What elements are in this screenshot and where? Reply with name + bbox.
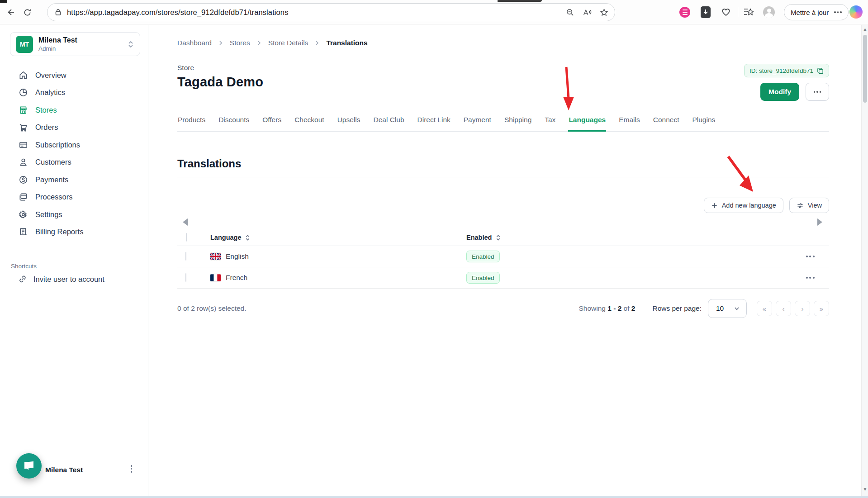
user-menu-kebab-icon[interactable]	[131, 465, 133, 473]
copy-icon[interactable]	[817, 67, 824, 74]
column-header-enabled[interactable]: Enabled	[466, 234, 791, 241]
sidebar-item-overview[interactable]: Overview	[0, 66, 148, 84]
scroll-left-icon[interactable]	[183, 218, 188, 226]
sidebar-item-customers[interactable]: Customers	[0, 154, 148, 171]
breadcrumb-stores[interactable]: Stores	[230, 39, 250, 47]
next-page-button[interactable]: ›	[795, 301, 810, 316]
vertical-scrollbar[interactable]: ▲ ▼	[861, 25, 868, 496]
sliders-icon	[797, 202, 804, 209]
breadcrumb-store-details[interactable]: Store Details	[268, 39, 308, 47]
toolbar-divider	[738, 7, 738, 17]
tab-payment[interactable]: Payment	[463, 111, 492, 131]
extension-download-icon[interactable]	[700, 6, 711, 18]
store-more-button[interactable]	[806, 83, 829, 101]
scroll-right-icon[interactable]	[817, 218, 822, 226]
sidebar-item-subscriptions[interactable]: Subscriptions	[0, 136, 148, 154]
tab-products[interactable]: Products	[177, 111, 206, 131]
sidebar-nav: Overview Analytics Stores Orders Subscri…	[0, 66, 148, 241]
favorite-star-icon[interactable]	[600, 8, 608, 17]
browser-toolbar: https://app.tagadapay.com/stores/store_9…	[0, 0, 868, 24]
sidebar-item-stores[interactable]: Stores	[0, 101, 148, 119]
lock-icon[interactable]	[55, 9, 62, 16]
scrollbar-thumb[interactable]	[863, 35, 867, 103]
tab-shipping[interactable]: Shipping	[504, 111, 532, 131]
tabstrip-remnant	[498, 0, 542, 2]
view-button[interactable]: View	[789, 198, 829, 213]
collections-icon[interactable]	[743, 6, 754, 18]
sidebar-item-label: Billing Reports	[35, 228, 83, 236]
account-name: Milena Test	[38, 36, 77, 44]
tab-deal-club[interactable]: Deal Club	[373, 111, 404, 131]
last-page-button[interactable]: »	[814, 301, 829, 316]
extension-pink-icon[interactable]	[679, 6, 691, 18]
copilot-icon[interactable]	[849, 5, 863, 19]
rows-per-page-label: Rows per page:	[652, 304, 702, 313]
app-window: https://app.tagadapay.com/stores/store_9…	[0, 0, 868, 498]
scroll-up-icon[interactable]: ▲	[863, 27, 868, 32]
add-new-language-button[interactable]: Add new language	[704, 198, 783, 213]
sidebar-item-label: Payments	[35, 175, 68, 184]
showing-range: 1 - 2	[607, 304, 621, 312]
browser-essentials-icon[interactable]	[720, 6, 732, 18]
row-checkbox[interactable]	[185, 252, 186, 261]
invite-user-shortcut[interactable]: Invite user to account	[18, 275, 104, 284]
sidebar-item-analytics[interactable]: Analytics	[0, 84, 148, 102]
plus-icon	[711, 202, 718, 209]
tab-offers[interactable]: Offers	[262, 111, 282, 131]
prev-page-button[interactable]: ‹	[776, 301, 791, 316]
row-actions-button[interactable]	[791, 256, 829, 257]
zoom-out-icon[interactable]	[566, 8, 574, 17]
sidebar-item-label: Overview	[35, 71, 66, 80]
sidebar-item-orders[interactable]: Orders	[0, 119, 148, 137]
row-actions-button[interactable]	[791, 277, 829, 279]
store-icon	[18, 105, 28, 115]
column-label: Language	[210, 234, 241, 241]
tab-checkout[interactable]: Checkout	[294, 111, 324, 131]
tab-direct-link[interactable]: Direct Link	[417, 111, 451, 131]
sidebar-item-label: Stores	[35, 106, 57, 114]
url-text[interactable]: https://app.tagadapay.com/stores/store_9…	[67, 8, 289, 17]
tab-tax[interactable]: Tax	[544, 111, 556, 131]
profile-avatar[interactable]	[763, 6, 775, 18]
tab-discounts[interactable]: Discounts	[218, 111, 250, 131]
tab-languages[interactable]: Languages	[568, 111, 606, 132]
sidebar-item-processors[interactable]: Processors	[0, 189, 148, 206]
select-all-checkbox[interactable]	[186, 233, 187, 242]
view-button-label: View	[808, 202, 822, 209]
breadcrumb-dashboard[interactable]: Dashboard	[177, 39, 212, 47]
sidebar-item-settings[interactable]: Settings	[0, 206, 148, 223]
sidebar-item-label: Orders	[35, 123, 58, 132]
tab-plugins[interactable]: Plugins	[692, 111, 716, 131]
rows-per-page-select[interactable]: 10	[708, 299, 747, 318]
language-name: French	[226, 274, 247, 282]
tab-connect[interactable]: Connect	[653, 111, 680, 131]
rows-selected-text: 0 of 2 row(s) selected.	[177, 304, 246, 313]
table-footer: 0 of 2 row(s) selected. Showing 1 - 2 of…	[177, 299, 829, 318]
scroll-down-icon[interactable]: ▼	[863, 487, 868, 492]
column-header-language[interactable]: Language	[203, 234, 466, 241]
browser-update-button[interactable]: Mettre à jour	[784, 4, 849, 20]
table-header-row: Language Enabled	[177, 229, 829, 246]
browser-menu-icon[interactable]	[834, 11, 842, 13]
table-row-english[interactable]: English Enabled	[177, 246, 829, 267]
row-checkbox[interactable]	[185, 273, 186, 282]
account-switcher[interactable]: MT Milena Test Admin	[10, 32, 140, 56]
refresh-button-icon[interactable]	[21, 6, 33, 19]
modify-button[interactable]: Modify	[760, 83, 799, 101]
address-bar[interactable]: https://app.tagadapay.com/stores/store_9…	[47, 3, 615, 21]
back-button-icon[interactable]	[5, 6, 17, 19]
tab-upsells[interactable]: Upsells	[337, 111, 361, 131]
rows-per-page-value: 10	[716, 304, 724, 313]
sidebar-item-payments[interactable]: Payments	[0, 171, 148, 189]
sort-icon[interactable]	[245, 234, 251, 241]
report-document-icon	[18, 227, 28, 237]
store-id-badge[interactable]: ID: store_912dfdefdb71	[744, 64, 829, 77]
read-aloud-icon[interactable]	[583, 8, 592, 17]
chat-widget-button[interactable]	[16, 453, 42, 479]
table-row-french[interactable]: French Enabled	[177, 267, 829, 289]
store-header: Store Tagada Demo ID: store_912dfdefdb71…	[177, 64, 829, 101]
tab-emails[interactable]: Emails	[618, 111, 640, 131]
sidebar-item-billing-reports[interactable]: Billing Reports	[0, 223, 148, 241]
sort-icon[interactable]	[495, 234, 501, 241]
first-page-button[interactable]: «	[757, 301, 772, 316]
